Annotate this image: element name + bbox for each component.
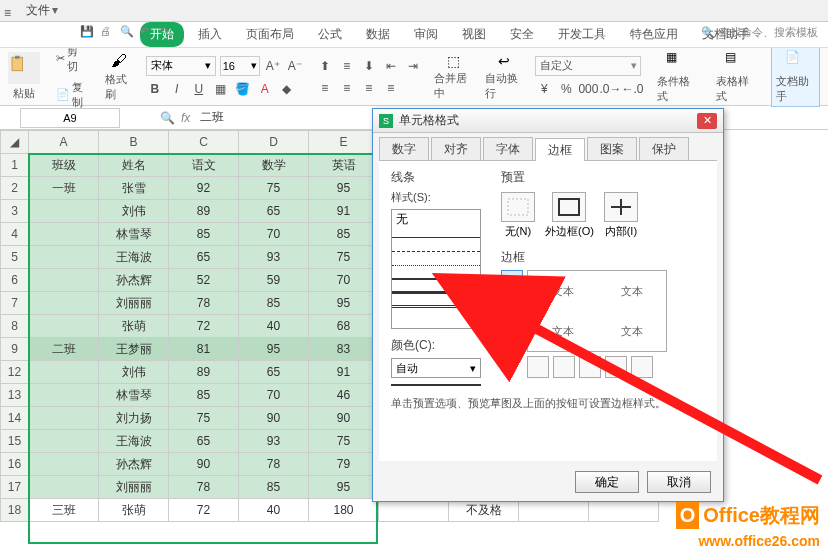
preset-none[interactable]: 无(N) [501, 192, 535, 239]
cell[interactable]: 78 [169, 476, 239, 499]
tab-security[interactable]: 安全 [500, 22, 544, 47]
formula-input[interactable]: 二班 [190, 109, 224, 126]
cell[interactable]: 数学 [239, 154, 309, 177]
cell[interactable]: 语文 [169, 154, 239, 177]
cell[interactable]: 英语 [309, 154, 379, 177]
currency-icon[interactable]: ¥ [535, 80, 553, 98]
tab-special[interactable]: 特色应用 [620, 22, 688, 47]
cell[interactable]: 95 [239, 338, 309, 361]
cell[interactable]: 二班 [29, 338, 99, 361]
tab-insert[interactable]: 插入 [188, 22, 232, 47]
cell[interactable]: 刘伟 [99, 200, 169, 223]
border-hmid-button[interactable] [501, 296, 523, 318]
color-select[interactable]: 自动▾ [391, 358, 481, 378]
merge-icon[interactable]: ⬚ [447, 53, 460, 69]
cell[interactable]: 孙杰辉 [99, 269, 169, 292]
font-size-select[interactable]: 16▾ [220, 56, 260, 76]
cell[interactable] [29, 453, 99, 476]
cell[interactable]: 刘丽丽 [99, 476, 169, 499]
cancel-button[interactable]: 取消 [647, 471, 711, 493]
cell[interactable]: 65 [169, 246, 239, 269]
row-header[interactable]: 2 [1, 177, 29, 200]
cell[interactable]: 85 [309, 223, 379, 246]
border-left-button[interactable] [553, 356, 575, 378]
increase-font-icon[interactable]: A⁺ [264, 57, 282, 75]
cell[interactable]: 91 [309, 361, 379, 384]
cell[interactable] [29, 430, 99, 453]
align-bottom-icon[interactable]: ⬇ [360, 57, 378, 75]
cell[interactable]: 72 [169, 315, 239, 338]
cell[interactable]: 70 [309, 269, 379, 292]
cell[interactable]: 89 [169, 361, 239, 384]
comma-icon[interactable]: 000 [579, 80, 597, 98]
cell[interactable]: 孙杰辉 [99, 453, 169, 476]
row-header[interactable]: 16 [1, 453, 29, 476]
row-header[interactable]: 5 [1, 246, 29, 269]
dlg-tab-border[interactable]: 边框 [535, 138, 585, 161]
cell[interactable]: 75 [309, 246, 379, 269]
cell[interactable] [29, 246, 99, 269]
cell[interactable]: 90 [309, 407, 379, 430]
cell[interactable]: 72 [169, 499, 239, 522]
cell[interactable]: 85 [239, 292, 309, 315]
col-header[interactable]: E [309, 131, 379, 154]
doc-helper-button[interactable]: 📄 文档助手 [771, 47, 820, 107]
cell[interactable]: 70 [239, 384, 309, 407]
line-style-list[interactable]: 无 [391, 209, 481, 329]
cell[interactable]: 张萌 [99, 499, 169, 522]
row-header[interactable]: 6 [1, 269, 29, 292]
tab-review[interactable]: 审阅 [404, 22, 448, 47]
cell[interactable]: 89 [169, 200, 239, 223]
font-name-select[interactable]: 宋体▾ [146, 56, 216, 76]
style-dashed[interactable] [392, 238, 480, 252]
style-none[interactable]: 无 [392, 210, 480, 224]
row-header[interactable]: 7 [1, 292, 29, 315]
dlg-tab-protect[interactable]: 保护 [639, 137, 689, 160]
align-left-icon[interactable]: ≡ [316, 79, 334, 97]
file-menu[interactable]: 文件 [26, 2, 58, 19]
border-diag1-button[interactable] [527, 356, 549, 378]
preview-icon[interactable]: 🔍 [120, 25, 134, 39]
cell[interactable]: 班级 [29, 154, 99, 177]
dialog-close-button[interactable]: ✕ [697, 113, 717, 129]
border-right-button[interactable] [605, 356, 627, 378]
border-preview[interactable]: 文本 文本 文本 文本 [527, 270, 667, 352]
row-header[interactable]: 17 [1, 476, 29, 499]
cell[interactable]: 王海波 [99, 246, 169, 269]
undo-icon[interactable]: ↶ [140, 25, 154, 39]
style-thick[interactable] [392, 280, 480, 294]
tab-formula[interactable]: 公式 [308, 22, 352, 47]
preset-inside[interactable]: 内部(I) [604, 192, 638, 239]
cell[interactable]: 81 [169, 338, 239, 361]
effects-button[interactable]: ◆ [278, 80, 296, 98]
tab-layout[interactable]: 页面布局 [236, 22, 304, 47]
cell[interactable]: 张雪 [99, 177, 169, 200]
row-header[interactable]: 3 [1, 200, 29, 223]
cell[interactable]: 59 [239, 269, 309, 292]
tab-data[interactable]: 数据 [356, 22, 400, 47]
hamburger-icon[interactable] [4, 6, 18, 16]
cell[interactable]: 65 [239, 361, 309, 384]
row-header[interactable]: 8 [1, 315, 29, 338]
cell[interactable]: 90 [169, 453, 239, 476]
cell[interactable]: 姓名 [99, 154, 169, 177]
cell[interactable]: 90 [239, 407, 309, 430]
cell[interactable]: 40 [239, 315, 309, 338]
cell[interactable] [29, 476, 99, 499]
align-right-icon[interactable]: ≡ [360, 79, 378, 97]
dlg-tab-pattern[interactable]: 图案 [587, 137, 637, 160]
dec-dec-icon[interactable]: ←.0 [623, 80, 641, 98]
row-header[interactable]: 13 [1, 384, 29, 407]
paste-button[interactable] [8, 52, 40, 84]
cell[interactable]: 46 [309, 384, 379, 407]
cell[interactable]: 180 [309, 499, 379, 522]
cell[interactable] [29, 269, 99, 292]
style-dotted[interactable] [392, 252, 480, 266]
indent-dec-icon[interactable]: ⇤ [382, 57, 400, 75]
decrease-font-icon[interactable]: A⁻ [286, 57, 304, 75]
border-bottom-button[interactable] [501, 322, 523, 344]
row-header[interactable]: 12 [1, 361, 29, 384]
dec-inc-icon[interactable]: .0→ [601, 80, 619, 98]
cell[interactable]: 79 [309, 453, 379, 476]
cell[interactable]: 刘力扬 [99, 407, 169, 430]
